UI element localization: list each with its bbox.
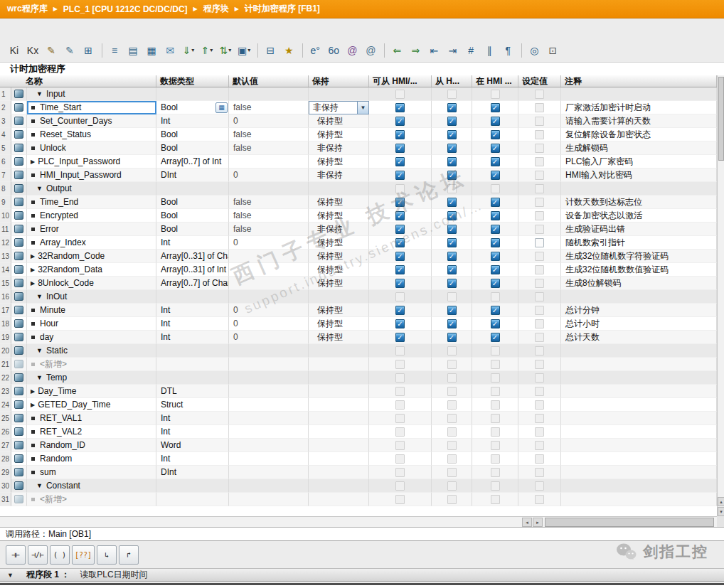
hmi-accessible-checkbox[interactable]: ✓: [395, 103, 405, 112]
table-row[interactable]: 16▼InOut: [0, 290, 717, 304]
hmi-writable-checkbox[interactable]: ✓: [447, 265, 457, 274]
expand-triangle-icon[interactable]: ▶: [31, 253, 35, 260]
datatype-cell[interactable]: [156, 479, 229, 493]
default-value-cell[interactable]: [229, 452, 309, 466]
table-row[interactable]: 18HourInt0保持型✓✓✓总计小时: [0, 317, 717, 331]
retain-cell[interactable]: 保持型: [309, 236, 369, 250]
retain-cell[interactable]: [309, 385, 369, 398]
comment-cell[interactable]: [561, 344, 717, 358]
datatype-cell[interactable]: [156, 493, 229, 506]
goto-end-icon-button[interactable]: ⇥: [444, 42, 461, 59]
table-row[interactable]: 1▼Input: [0, 87, 717, 101]
column-header[interactable]: 注释: [561, 75, 717, 87]
hmi-accessible-checkbox[interactable]: ✓: [395, 144, 405, 153]
checkbox-cell[interactable]: ✓: [432, 250, 472, 263]
table-row[interactable]: 8▼Output: [0, 182, 717, 196]
datatype-cell[interactable]: Array[0..31] of Char: [156, 250, 229, 263]
checkbox-cell[interactable]: ✓: [472, 331, 518, 344]
default-value-cell[interactable]: [229, 385, 309, 398]
table-row[interactable]: 24▶GETED_Day_TimeStruct: [0, 398, 717, 412]
hmi-writable-checkbox[interactable]: ✓: [447, 211, 457, 220]
table-row[interactable]: 19dayInt0保持型✓✓✓总计天数: [0, 331, 717, 344]
datatype-cell[interactable]: Int: [156, 114, 229, 128]
comment-cell[interactable]: 生成验证码出错: [561, 223, 717, 236]
datatype-cell[interactable]: Word: [156, 439, 229, 452]
checkbox-cell[interactable]: ✓: [432, 331, 472, 344]
var-name-cell[interactable]: ▼Temp: [27, 371, 156, 385]
checkbox-cell[interactable]: ✓: [432, 317, 472, 331]
retain-cell[interactable]: 非保持: [309, 223, 369, 236]
retain-cell[interactable]: 保持型: [309, 331, 369, 344]
retain-cell[interactable]: [309, 398, 369, 412]
snapshot-values-icon-button[interactable]: ⇅▾: [217, 42, 234, 59]
datatype-cell[interactable]: Array[0..7] of Char: [156, 277, 229, 290]
expand-triangle-icon[interactable]: ▶: [31, 402, 35, 408]
datatype-cell[interactable]: [156, 371, 229, 385]
default-value-cell[interactable]: 0: [229, 114, 309, 128]
datatype-cell[interactable]: [156, 344, 229, 358]
checkbox-cell[interactable]: ✓: [432, 141, 472, 155]
hmi-writable-checkbox[interactable]: ✓: [447, 157, 457, 166]
grid-view-icon-button[interactable]: ▦: [143, 42, 160, 59]
contact-nc-button[interactable]: ⊣/⊢: [28, 545, 48, 565]
checkbox-cell[interactable]: ✓: [369, 223, 432, 236]
scroll-right-icon[interactable]: ►: [533, 518, 543, 527]
print-icon-button[interactable]: ⊡: [544, 42, 561, 59]
checkbox-cell[interactable]: ✓: [472, 223, 518, 236]
default-value-cell[interactable]: 0: [229, 169, 309, 182]
checkbox-cell[interactable]: ✓: [472, 101, 518, 114]
hmi-visible-checkbox[interactable]: ✓: [491, 144, 500, 153]
hmi-writable-checkbox[interactable]: ✓: [447, 319, 457, 328]
scroll-up-icon[interactable]: ▲: [718, 497, 724, 506]
default-value-cell[interactable]: 0: [229, 304, 309, 317]
expand-triangle-icon[interactable]: ▶: [31, 280, 35, 287]
retain-cell[interactable]: 保持型: [309, 263, 369, 277]
hmi-writable-checkbox[interactable]: ✓: [447, 103, 457, 112]
retain-cell[interactable]: [309, 344, 369, 358]
expand-triangle-icon[interactable]: ▶: [31, 388, 35, 395]
hmi-visible-checkbox[interactable]: ✓: [491, 238, 500, 247]
comment-cell[interactable]: 复位解除设备加密状态: [561, 128, 717, 141]
scroll-left-icon[interactable]: ◄: [522, 518, 532, 527]
default-value-cell[interactable]: false: [229, 209, 309, 223]
var-name-cell[interactable]: ▼Constant: [27, 479, 156, 493]
expand-triangle-icon[interactable]: ▶: [31, 267, 35, 273]
default-value-cell[interactable]: [229, 466, 309, 479]
var-name-cell[interactable]: Unlock: [27, 141, 156, 155]
checkbox-cell[interactable]: ✓: [369, 141, 432, 155]
var-name-cell[interactable]: Time_End: [27, 196, 156, 209]
hmi-writable-checkbox[interactable]: ✓: [447, 144, 457, 153]
column-header[interactable]: 保持: [309, 75, 369, 87]
comment-cell[interactable]: [561, 398, 717, 412]
var-name-cell[interactable]: Reset_Status: [27, 128, 156, 141]
var-name-cell[interactable]: ▼InOut: [27, 290, 156, 304]
hmi-accessible-checkbox[interactable]: ✓: [395, 306, 405, 315]
retain-cell[interactable]: 非保持: [309, 141, 369, 155]
datatype-cell[interactable]: DInt: [156, 466, 229, 479]
var-name-cell[interactable]: Array_Index: [27, 236, 156, 250]
checkbox-cell[interactable]: ✓: [369, 331, 432, 344]
table-row[interactable]: 31<新增>: [0, 493, 717, 506]
edit-interface-icon-button[interactable]: ✎: [43, 42, 60, 59]
table-row[interactable]: 13▶32Random_CodeArray[0..31] of Char保持型✓…: [0, 250, 717, 263]
checkbox-cell[interactable]: ✓: [432, 196, 472, 209]
var-name-cell[interactable]: ▼Static: [27, 344, 156, 358]
retain-cell[interactable]: [309, 493, 369, 506]
retain-cell[interactable]: [309, 182, 369, 196]
dropdown-arrow-icon[interactable]: ▾: [191, 47, 194, 53]
upload-values-icon-button[interactable]: ⇑▾: [198, 42, 215, 59]
table-row[interactable]: 11ErrorBoolfalse非保持✓✓✓生成验证码出错: [0, 223, 717, 236]
retain-cell[interactable]: [309, 439, 369, 452]
default-value-cell[interactable]: [229, 250, 309, 263]
hmi-accessible-checkbox[interactable]: ✓: [395, 157, 405, 166]
parallel-branch-icon-button[interactable]: ∥: [481, 42, 498, 59]
comment-cell[interactable]: 生成解锁码: [561, 141, 717, 155]
retain-cell[interactable]: 保持型: [309, 209, 369, 223]
hmi-writable-checkbox[interactable]: ✓: [447, 171, 457, 180]
retain-cell[interactable]: [309, 371, 369, 385]
datatype-cell[interactable]: [156, 182, 229, 196]
network-comment[interactable]: 读取PLC日期时间: [80, 569, 147, 581]
var-name-cell[interactable]: <新增>: [27, 493, 156, 506]
comment-cell[interactable]: [561, 385, 717, 398]
comment-cell[interactable]: 总计天数: [561, 331, 717, 344]
